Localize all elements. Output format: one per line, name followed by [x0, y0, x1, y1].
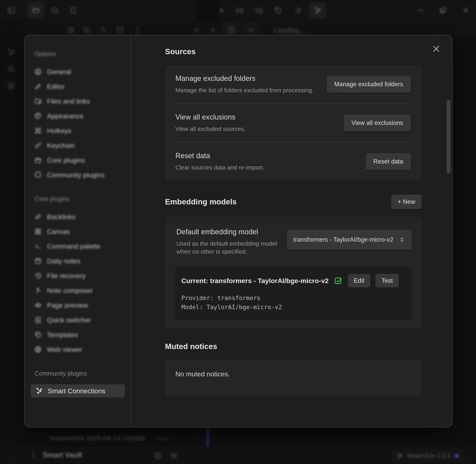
- sidebar-item-label: Page preview: [47, 301, 88, 309]
- sidebar-item-file-recovery[interactable]: File recovery: [25, 268, 131, 283]
- setting-desc: View all excluded sources.: [175, 125, 246, 133]
- sidebar-item-label: Editor: [47, 83, 65, 90]
- sidebar-item-page-preview[interactable]: Page preview: [25, 298, 131, 313]
- options-heading: Options: [25, 50, 131, 58]
- reset-data-row: Reset data Clear sources data and re-imp…: [165, 143, 422, 181]
- sidebar-item-label: Daily notes: [47, 257, 80, 265]
- core-plugins-group: Core plugins Backlinks Canvas Command pa…: [25, 195, 131, 357]
- sidebar-item-backlinks[interactable]: Backlinks: [25, 209, 131, 224]
- select-value: transformers - TaylorAI/bge-micro-v2: [293, 236, 393, 243]
- sidebar-item-smart-connections[interactable]: Smart Connections: [31, 384, 125, 397]
- muted-notices-title: Muted notices: [165, 342, 422, 351]
- sidebar-item-core-plugins[interactable]: Core plugins: [25, 153, 131, 168]
- sidebar-item-web-viewer[interactable]: Web viewer: [25, 342, 131, 357]
- setting-desc: Used as the default embedding model when…: [176, 240, 287, 256]
- sidebar-item-label: Core plugins: [47, 156, 85, 164]
- sidebar-item-label: Community plugins: [47, 171, 104, 179]
- sidebar-item-hotkeys[interactable]: Hotkeys: [25, 123, 131, 138]
- sidebar-item-label: Backlinks: [47, 213, 76, 221]
- sidebar-item-label: Command palette: [47, 242, 100, 250]
- sidebar-item-label: Smart Connections: [48, 387, 105, 395]
- default-embedding-model-select[interactable]: transformers - TaylorAI/bge-micro-v2: [287, 230, 412, 250]
- setting-name: Reset data: [175, 152, 264, 160]
- embedding-models-title: Embedding models: [165, 197, 237, 207]
- settings-modal: Options General Editor Files and links A…: [24, 35, 453, 427]
- sidebar-item-label: Files and links: [47, 97, 90, 105]
- setting-name: Default embedding model: [176, 228, 287, 236]
- model-details: Provider: transformers Model: TaylorAI/b…: [181, 293, 405, 312]
- sidebar-item-label: Note composer: [47, 287, 93, 294]
- test-model-button[interactable]: Test: [375, 274, 399, 288]
- chevron-up-down-icon: [399, 236, 405, 243]
- manage-excluded-folders-row: Manage excluded folders Manage the list …: [165, 65, 422, 103]
- sidebar-item-label: Appearance: [47, 112, 84, 120]
- setting-name: Manage excluded folders: [175, 74, 314, 83]
- settings-sidebar: Options General Editor Files and links A…: [25, 35, 131, 427]
- view-all-exclusions-button[interactable]: View all exclusions: [344, 115, 411, 131]
- sources-title: Sources: [165, 47, 422, 56]
- embedding-models-header: Embedding models + New: [165, 195, 422, 209]
- provider-line: Provider: transformers: [181, 293, 405, 303]
- embedding-model-card: Default embedding model Used as the defa…: [165, 217, 422, 329]
- reset-data-button[interactable]: Reset data: [366, 153, 411, 170]
- sidebar-item-label: General: [47, 68, 71, 76]
- sidebar-item-templates[interactable]: Templates: [25, 327, 131, 342]
- current-model-card: Current: transformers - TaylorAI/bge-mic…: [175, 267, 412, 320]
- community-plugins-group: Community plugins Smart Connections: [25, 370, 131, 397]
- edit-model-button[interactable]: Edit: [348, 274, 370, 288]
- setting-name: View all exclusions: [175, 113, 246, 121]
- manage-excluded-folders-button[interactable]: Manage excluded folders: [327, 76, 411, 93]
- sidebar-item-label: Hotkeys: [47, 127, 72, 135]
- sidebar-item-appearance[interactable]: Appearance: [25, 109, 131, 123]
- core-plugins-heading: Core plugins: [25, 195, 131, 203]
- sidebar-item-label: Web viewer: [47, 346, 82, 353]
- view-all-exclusions-row: View all exclusions View all excluded so…: [165, 104, 422, 142]
- new-embedding-model-button[interactable]: + New: [391, 195, 422, 209]
- settings-content: Sources Manage excluded folders Manage t…: [131, 35, 452, 427]
- sidebar-item-files-and-links[interactable]: Files and links: [25, 94, 131, 109]
- model-line: Model: TaylorAI/bge-micro-v2: [181, 303, 405, 312]
- sidebar-item-command-palette[interactable]: Command palette: [25, 239, 131, 254]
- sidebar-item-editor[interactable]: Editor: [25, 79, 131, 94]
- model-loaded-checkbox-icon[interactable]: [334, 276, 343, 285]
- sidebar-item-note-composer[interactable]: Note composer: [25, 283, 131, 298]
- sources-card: Manage excluded folders Manage the list …: [165, 65, 422, 181]
- muted-notices-card: No muted notices.: [165, 360, 422, 397]
- setting-desc: Manage the list of folders excluded from…: [175, 86, 314, 94]
- current-model-row: Current: transformers - TaylorAI/bge-mic…: [181, 274, 405, 288]
- close-icon[interactable]: [432, 44, 441, 54]
- options-group: Options General Editor Files and links A…: [25, 50, 131, 182]
- sidebar-item-keychain[interactable]: Keychain: [25, 138, 131, 153]
- default-embedding-model-row: Default embedding model Used as the defa…: [175, 228, 412, 256]
- sidebar-item-community-plugins[interactable]: Community plugins: [25, 168, 131, 182]
- current-model-title: Current: transformers - TaylorAI/bge-mic…: [181, 277, 329, 285]
- muted-notices-empty: No muted notices.: [175, 370, 411, 378]
- sidebar-item-label: Templates: [47, 331, 78, 339]
- sidebar-item-daily-notes[interactable]: Daily notes: [25, 254, 131, 268]
- sidebar-item-general[interactable]: General: [25, 64, 131, 79]
- sidebar-item-label: Canvas: [47, 228, 70, 235]
- sidebar-item-label: Keychain: [47, 142, 75, 149]
- sidebar-item-canvas[interactable]: Canvas: [25, 224, 131, 239]
- community-plugins-heading: Community plugins: [25, 370, 131, 377]
- sidebar-item-label: File recovery: [47, 272, 86, 280]
- modal-scrollbar-thumb[interactable]: [447, 100, 450, 173]
- setting-desc: Clear sources data and re-import.: [175, 164, 264, 172]
- sidebar-item-quick-switcher[interactable]: Quick switcher: [25, 313, 131, 327]
- sidebar-item-label: Quick switcher: [47, 316, 91, 324]
